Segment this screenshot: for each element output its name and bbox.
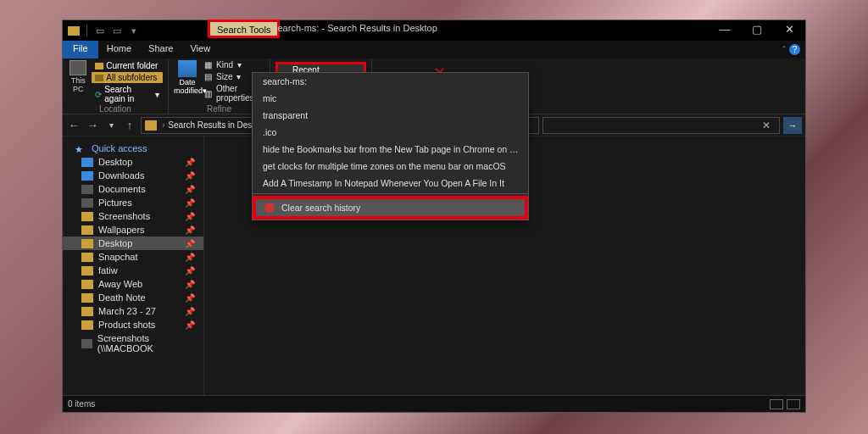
recent-searches-dropdown: search-ms:mictransparent.icohide the Boo… (252, 72, 529, 220)
titlebar: ▭ ▭ ▾ Search Tools search-ms: - Search R… (63, 20, 805, 41)
folder-icon (81, 225, 93, 235)
sidebar-item[interactable]: Downloads📌 (63, 169, 203, 182)
pin-icon: 📌 (185, 239, 195, 248)
recent-locations-icon[interactable]: ▾ (103, 120, 119, 130)
pin-icon: 📌 (185, 225, 195, 235)
current-folder-button[interactable]: Current folder (92, 60, 163, 71)
folder-icon (81, 293, 93, 303)
folder-icon (81, 239, 93, 248)
sidebar-item-label: Pictures (98, 198, 132, 208)
sidebar-item[interactable]: Screenshots📌 (63, 209, 203, 223)
menubar: File Home Share View ˆ ? (63, 41, 805, 58)
sidebar-item-label: Screenshots (98, 211, 150, 221)
view-switcher (770, 399, 800, 409)
folder-icon (81, 339, 92, 348)
minimize-button[interactable]: — (709, 20, 741, 41)
folder-icon (81, 185, 93, 194)
window-title: search-ms: - Search Results in Desktop (273, 23, 437, 33)
forward-button[interactable]: → (85, 119, 100, 131)
sidebar-item[interactable]: Documents📌 (63, 182, 203, 196)
all-subfolders-button[interactable]: All subfolders (92, 72, 163, 83)
details-view-icon[interactable] (770, 399, 783, 409)
close-button[interactable]: ✕ (773, 20, 805, 41)
pin-icon: 📌 (185, 185, 195, 194)
home-menu[interactable]: Home (98, 41, 140, 58)
folder-icon (81, 212, 93, 221)
sidebar-item[interactable]: Wallpapers📌 (63, 223, 203, 236)
pin-icon: 📌 (185, 280, 195, 289)
thumbnails-view-icon[interactable] (787, 399, 800, 409)
ribbon-help: ˆ ? (782, 41, 805, 58)
back-button[interactable]: ← (66, 119, 81, 131)
sidebar-item[interactable]: Screenshots (\\MACBOOK (63, 331, 203, 355)
search-again-button[interactable]: ⟳Search again in ▾ (92, 84, 163, 104)
up-button[interactable]: ↑ (122, 119, 137, 131)
sidebar-item-label: Documents (98, 184, 146, 194)
sidebar-item[interactable]: Pictures📌 (63, 196, 203, 209)
kind-button[interactable]: ▦ Kind ▾ (204, 60, 264, 70)
sidebar-item-label: Snapchat (98, 252, 137, 262)
clear-search-icon[interactable]: ✕ (762, 120, 771, 131)
pin-icon: 📌 (185, 212, 195, 221)
pin-icon: 📌 (185, 307, 195, 316)
recent-search-item[interactable]: Add A Timestamp In Notepad Whenever You … (253, 175, 528, 192)
quick-access[interactable]: ★ Quick access (63, 142, 203, 155)
pin-icon: 📌 (185, 320, 195, 330)
divider (86, 25, 87, 36)
recent-search-item[interactable]: search-ms: (253, 73, 528, 90)
sidebar-item[interactable]: Product shots📌 (63, 318, 203, 331)
maximize-button[interactable]: ▢ (741, 20, 773, 41)
folder-icon (81, 198, 93, 208)
pin-icon: 📌 (185, 253, 195, 262)
pin-icon: 📌 (185, 266, 195, 275)
date-modified-button[interactable]: Date modified▾ (174, 60, 201, 104)
recent-search-item[interactable]: get clocks for multiple time zones on th… (253, 158, 528, 175)
folder-icon (68, 26, 80, 36)
separator (253, 193, 528, 194)
view-menu[interactable]: View (181, 41, 219, 58)
sidebar-item-label: Desktop (98, 157, 132, 167)
sidebar-item[interactable]: fatiw📌 (63, 264, 203, 277)
sidebar-item-label: fatiw (98, 265, 118, 275)
help-icon[interactable]: ? (789, 44, 800, 55)
delete-icon (264, 203, 275, 213)
window-controls: — ▢ ✕ (709, 20, 805, 41)
file-menu[interactable]: File (63, 41, 98, 58)
collapse-ribbon-icon[interactable]: ˆ (782, 45, 786, 55)
folder-icon (81, 266, 93, 275)
item-count: 0 items (68, 399, 95, 409)
sidebar-item[interactable]: Snapchat📌 (63, 250, 203, 264)
share-menu[interactable]: Share (140, 41, 181, 58)
this-pc-button[interactable]: This PC (68, 60, 88, 104)
quick-access-toolbar: ▭ ▭ ▾ (63, 25, 140, 36)
sidebar-item-label: Wallpapers (98, 225, 145, 235)
folder-icon (81, 158, 93, 167)
recent-search-item[interactable]: .ico (253, 124, 528, 141)
pin-icon: 📌 (185, 171, 195, 181)
folder-icon (81, 280, 93, 289)
sidebar-item[interactable]: Desktop📌 (63, 155, 203, 169)
go-button[interactable]: → (783, 117, 802, 134)
sidebar-item[interactable]: Desktop📌 (63, 236, 203, 250)
search-box[interactable]: ✕ (542, 117, 780, 134)
calendar-icon (178, 60, 197, 77)
sidebar-item-label: Downloads (98, 170, 144, 181)
sidebar-item-label: March 23 - 27 (98, 306, 156, 316)
folder-icon (145, 120, 157, 131)
pin-icon: 📌 (185, 293, 195, 303)
new-folder-icon[interactable]: ▭ (111, 25, 123, 36)
recent-search-item[interactable]: hide the Bookmarks bar from the New Tab … (253, 141, 528, 158)
properties-icon[interactable]: ▭ (94, 25, 106, 36)
monitor-icon (70, 60, 86, 75)
sidebar-item[interactable]: Death Note📌 (63, 291, 203, 304)
recent-search-item[interactable]: mic (253, 90, 528, 107)
clear-search-history[interactable]: Clear search history (256, 199, 525, 216)
folder-icon (81, 320, 93, 330)
recent-search-item[interactable]: transparent (253, 107, 528, 124)
nav-pane: ★ Quick access Desktop📌Downloads📌Documen… (63, 136, 204, 395)
pin-icon: 📌 (185, 158, 195, 167)
sidebar-item[interactable]: Away Web📌 (63, 277, 203, 291)
sidebar-item[interactable]: March 23 - 27📌 (63, 304, 203, 318)
qat-dropdown-icon[interactable]: ▾ (128, 25, 140, 36)
search-tools-tab[interactable]: Search Tools (208, 19, 280, 38)
